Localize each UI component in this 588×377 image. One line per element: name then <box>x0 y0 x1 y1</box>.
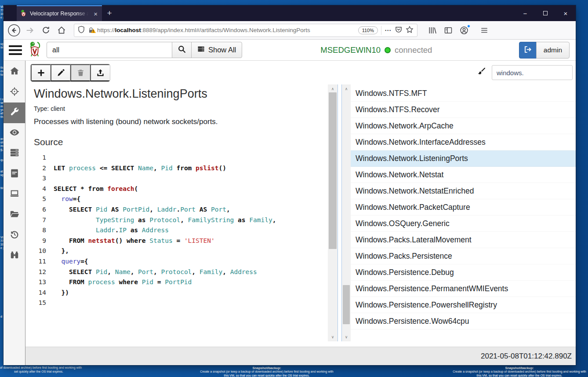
artifact-list-item[interactable]: Windows.Network.ArpCache <box>351 118 576 134</box>
sidebar-item-home[interactable] <box>4 62 25 82</box>
code-line: 4SELECT * from foreach( <box>34 184 325 194</box>
artifact-filter-input[interactable] <box>492 65 573 80</box>
artifact-list-item[interactable]: Windows.Network.Netstat <box>351 167 576 183</box>
menu-icon[interactable] <box>477 23 491 37</box>
artifact-actions-group <box>30 64 110 82</box>
reload-icon[interactable] <box>39 23 53 37</box>
sidebar-item-crosshair[interactable] <box>4 82 25 103</box>
artifact-list-item[interactable]: Windows.OSQuery.Generic <box>351 216 576 232</box>
delete-artifact-button[interactable] <box>70 64 90 81</box>
sidebar-item-notebook[interactable] <box>4 164 25 185</box>
maximize-button[interactable] <box>535 5 555 21</box>
line-number: 8 <box>34 225 46 236</box>
sidebar-item-eye[interactable] <box>4 123 25 144</box>
client-status: MSEDGEWIN10 connected <box>320 45 432 55</box>
artifact-list-item[interactable]: Windows.Persistence.Debug <box>351 264 576 281</box>
code-line: 13 FROM process where Pid = PortPid <box>34 277 325 288</box>
url-text[interactable]: https://localhost:8889/app/index.html#/a… <box>97 27 355 33</box>
artifact-detail-pane: Windows.Network.ListeningPorts Type: cli… <box>25 84 328 341</box>
code-line: 15 <box>34 298 325 308</box>
code-line: 10 }, <box>34 246 325 256</box>
url-host: localhost <box>115 27 141 33</box>
artifact-list-item[interactable]: Windows.Persistence.Wow64cpu <box>351 313 576 329</box>
artifact-toolbar <box>25 61 576 84</box>
binoculars-icon <box>10 250 19 262</box>
minimize-button[interactable]: − <box>515 5 535 21</box>
artifact-list-item[interactable]: Windows.Persistence.PowershellRegistry <box>351 297 576 313</box>
account-icon[interactable] <box>457 23 471 37</box>
tracking-shield-icon[interactable] <box>78 26 85 35</box>
artifact-list-item[interactable]: Windows.Packs.Persistence <box>351 248 576 264</box>
artifact-list-item[interactable]: Windows.Network.PacketCapture <box>351 199 576 216</box>
add-artifact-button[interactable] <box>31 64 51 81</box>
source-code: 12LET process <= SELECT Name, Pid from p… <box>34 153 325 308</box>
client-search-input[interactable] <box>47 42 172 58</box>
page-actions-icon[interactable]: ⋯ <box>385 26 392 34</box>
sidebar-item-folder[interactable] <box>4 205 25 226</box>
scroll-up-icon[interactable]: ∧ <box>342 85 351 92</box>
browser-titlebar: Velociraptor Response and Mo × + − × <box>4 5 576 21</box>
artifact-list-item[interactable]: Windows.NTFS.Recover <box>351 102 576 118</box>
client-hostname[interactable]: MSEDGEWIN10 <box>320 45 381 55</box>
logout-button[interactable] <box>519 42 537 59</box>
scroll-up-icon[interactable]: ∧ <box>328 85 338 92</box>
artifact-list-item[interactable]: Windows.Persistence.PermanentWMIEvents <box>351 281 576 297</box>
artifact-list-item[interactable]: Windows.Network.ListeningPorts <box>351 150 576 167</box>
desktop-bottom-strip: up of downloaded archive) before first b… <box>0 366 588 377</box>
artifact-list-item[interactable]: Windows.NTFS.MFT <box>351 85 576 102</box>
artifact-list-scrollbar[interactable]: ∧ ∨ <box>342 84 351 341</box>
desktop-notice: up of downloaded archive) before first b… <box>0 366 184 373</box>
scroll-down-icon[interactable]: ∨ <box>342 333 351 340</box>
new-tab-button[interactable]: + <box>102 5 117 21</box>
sidebar-item-binoculars[interactable] <box>4 246 25 267</box>
sidebar-item-wrench[interactable] <box>4 102 25 123</box>
zoom-level-badge[interactable]: 110% <box>358 26 378 34</box>
user-menu: admin <box>519 42 570 59</box>
forward-icon[interactable] <box>23 23 37 37</box>
line-number: 4 <box>34 184 46 194</box>
url-bar[interactable]: https://localhost:8889/app/index.html#/a… <box>74 24 417 37</box>
artifact-list-item[interactable]: Windows.Packs.LateralMovement <box>351 232 576 248</box>
sidebar-item-server[interactable] <box>4 143 25 164</box>
app-menu-icon[interactable] <box>9 45 22 55</box>
account-notification-dot <box>467 25 470 28</box>
tab-title: Velociraptor Response and Mo <box>30 11 90 17</box>
pocket-icon[interactable] <box>395 26 403 35</box>
favicon-velociraptor-icon <box>20 10 27 18</box>
lock-icon[interactable] <box>88 27 94 34</box>
source-heading: Source <box>34 137 325 147</box>
scrollbar-thumb[interactable] <box>343 285 350 324</box>
artifact-list-item[interactable]: Windows.Network.NetstatEnriched <box>351 183 576 199</box>
desktop: VIN77610e pup osettic:evto tl mavatm ays… <box>0 0 588 377</box>
upload-artifact-button[interactable] <box>90 64 110 81</box>
back-icon[interactable] <box>7 23 21 37</box>
sidebar-toggle-icon[interactable] <box>441 23 455 37</box>
search-button[interactable] <box>172 42 192 58</box>
footer-gap <box>25 341 576 347</box>
pane-divider[interactable] <box>338 84 342 341</box>
home-nav-icon[interactable] <box>54 23 69 37</box>
server-timestamp: 2021-05-08T01:12:42.890Z <box>481 352 572 361</box>
bookmark-star-icon[interactable] <box>406 26 414 35</box>
filter-brush-icon <box>476 67 486 78</box>
library-icon[interactable] <box>425 23 439 37</box>
detail-pane-scrollbar[interactable]: ∧ ∨ <box>328 84 338 341</box>
app-footer: 2021-05-08T01:12:42.890Z <box>25 347 576 365</box>
scrollbar-thumb[interactable] <box>329 92 337 249</box>
sidebar-item-laptop[interactable] <box>4 184 25 205</box>
tab-close-icon[interactable]: × <box>93 10 98 18</box>
current-user-button[interactable]: admin <box>536 42 570 59</box>
scroll-down-icon[interactable]: ∨ <box>328 333 338 340</box>
line-number: 5 <box>34 194 46 205</box>
show-all-button[interactable]: Show All <box>191 42 242 58</box>
sidebar-item-history[interactable] <box>4 225 25 246</box>
url-separator <box>381 26 381 35</box>
close-button[interactable]: × <box>555 5 576 21</box>
artifact-list-item[interactable]: Windows.Network.InterfaceAddresses <box>351 134 576 150</box>
line-number: 9 <box>34 236 46 246</box>
browser-tab[interactable]: Velociraptor Response and Mo × <box>17 5 102 21</box>
edit-artifact-button[interactable] <box>51 64 70 81</box>
firefox-window: Velociraptor Response and Mo × + − × <box>4 5 576 365</box>
code-line: 3 <box>34 173 325 184</box>
server-icon <box>10 148 19 159</box>
